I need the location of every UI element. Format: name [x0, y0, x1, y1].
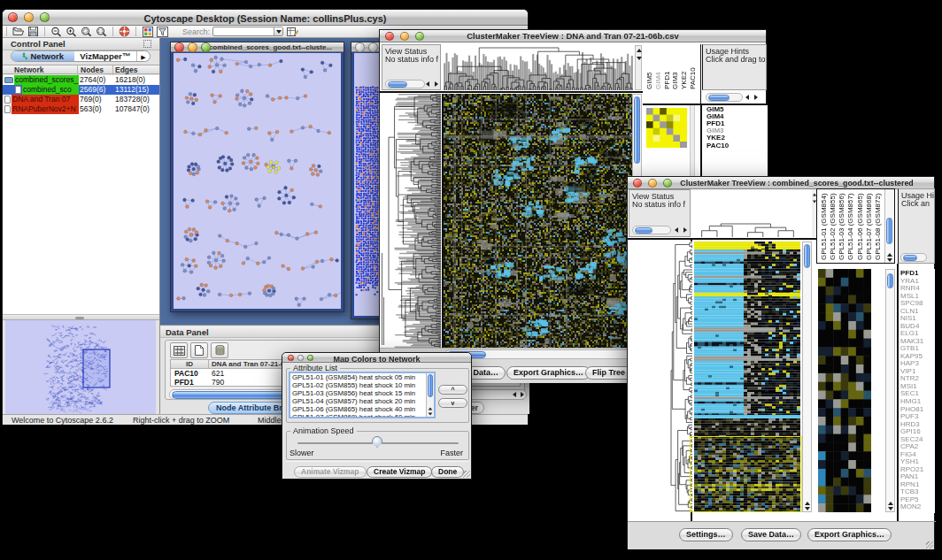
birdseye-view-canvas[interactable]: [5, 320, 156, 415]
usage-hints-scrollbar[interactable]: [706, 93, 743, 102]
scroll-left-icon[interactable]: [513, 392, 516, 397]
scrollbar-thumb[interactable]: [708, 95, 730, 101]
treeview1-title-bar[interactable]: ClusterMaker TreeView : DNA and Tran 07-…: [380, 30, 766, 42]
scrollbar-thumb[interactable]: [886, 218, 892, 244]
column-dendrogram[interactable]: [694, 221, 801, 237]
minimize-button[interactable]: [24, 12, 34, 22]
minimize-button[interactable]: [188, 42, 197, 52]
array-column-label[interactable]: GPL51-03 (GSM856): [838, 193, 846, 260]
open-folder-icon[interactable]: [12, 27, 24, 37]
attribute-listbox[interactable]: GPL51-01 (GSM854) heat shock 05 min GPL5…: [289, 372, 436, 418]
attribute-list-item[interactable]: GPL51-07 (GSM868) heat shock 60 min: [290, 413, 434, 418]
close-button[interactable]: [385, 32, 394, 41]
scrollbar-thumb[interactable]: [635, 227, 652, 234]
treeview2-title-bar[interactable]: ClusterMaker TreeView : combined_scores_…: [628, 177, 934, 189]
scrollbar-thumb[interactable]: [887, 273, 893, 288]
heatmap-zoom-view[interactable]: [818, 269, 871, 512]
scroll-down-icon[interactable]: [429, 412, 433, 415]
summary-heatmap[interactable]: [646, 108, 687, 148]
status-scrollbar[interactable]: [632, 226, 671, 234]
tab-vizmapper[interactable]: VizMapper™: [74, 51, 137, 61]
scrollbar-thumb[interactable]: [804, 244, 810, 268]
scroll-right-icon[interactable]: [754, 95, 758, 100]
network-table-row[interactable]: combined_scores_ 2764(0) 16218(0): [3, 75, 159, 85]
array-column-label[interactable]: GPL51-01 (GSM854): [820, 193, 829, 260]
zoom-in-icon[interactable]: [66, 27, 77, 37]
scroll-down-icon[interactable]: [805, 507, 810, 510]
main-title-bar[interactable]: Cytoscape Desktop (Session Name: collins…: [3, 10, 528, 26]
row-dendrogram[interactable]: [668, 242, 692, 512]
save-icon[interactable]: [27, 27, 39, 37]
export-graphics-button[interactable]: Export Graphics…: [506, 366, 591, 380]
zoom-button[interactable]: [307, 355, 313, 361]
scrollbar-thumb[interactable]: [903, 255, 917, 261]
scroll-down-icon[interactable]: [888, 507, 893, 510]
create-vizmap-button[interactable]: Create Vizmap: [367, 466, 432, 478]
close-button[interactable]: [355, 42, 365, 52]
gene-column-label[interactable]: GIM4: [654, 72, 663, 89]
scroll-left-icon[interactable]: [426, 81, 429, 87]
search-dropdown-button[interactable]: [274, 27, 282, 35]
tab-overflow-arrow[interactable]: ▶: [136, 51, 150, 61]
close-button[interactable]: [633, 179, 642, 188]
zoom-button[interactable]: [663, 179, 672, 188]
attribute-list-item[interactable]: GPL51-01 (GSM854) heat shock 05 min: [290, 373, 434, 381]
network-view-title-bar[interactable]: combined_scores_good.txt--cluste...: [171, 42, 344, 52]
network-table-row[interactable]: DNA and Tran 07 769(0) 183728(0): [3, 95, 159, 104]
export-graphics-button[interactable]: Export Graphics…: [807, 528, 892, 541]
row-dendrogram[interactable]: [386, 94, 441, 348]
help-lifebuoy-icon[interactable]: [119, 27, 130, 37]
heatmap-global-view[interactable]: [694, 242, 800, 512]
resize-grip[interactable]: [463, 471, 470, 478]
close-button[interactable]: [174, 42, 184, 52]
move-up-button[interactable]: ^: [438, 385, 467, 395]
zoom-out-icon[interactable]: [50, 27, 62, 37]
zoom-button[interactable]: [40, 12, 50, 22]
dialog-title-bar[interactable]: Map Colors to Network: [282, 353, 471, 363]
array-column-label[interactable]: GPL51-08 (GSM872): [874, 193, 883, 260]
zoom-button[interactable]: [415, 32, 424, 41]
scroll-up-icon[interactable]: [429, 407, 433, 410]
scroll-left-icon[interactable]: [675, 227, 678, 233]
attribute-list-scrollbar[interactable]: [426, 373, 434, 417]
minimize-button[interactable]: [368, 42, 378, 52]
usage-hints-scrollbar[interactable]: [900, 253, 927, 262]
heatmap-vertical-scrollbar[interactable]: [802, 242, 812, 512]
status-scrollbar[interactable]: [385, 80, 425, 88]
panel-split-divider[interactable]: [3, 314, 159, 320]
minimize-button[interactable]: [297, 355, 304, 361]
scroll-down-icon[interactable]: [637, 57, 642, 60]
scroll-right-icon[interactable]: [521, 392, 524, 397]
gene-row-label[interactable]: MON2: [900, 502, 921, 510]
save-data-button[interactable]: Save Data…: [741, 528, 801, 541]
animate-vizmap-button[interactable]: Animate Vizmap: [294, 466, 367, 478]
minimize-button[interactable]: [648, 179, 657, 188]
zoom-vertical-scrollbar[interactable]: [885, 269, 895, 512]
settings-button[interactable]: Settings…: [679, 528, 733, 541]
scrollbar-thumb[interactable]: [428, 374, 433, 397]
minimize-button[interactable]: [400, 32, 409, 41]
column-header-edges[interactable]: Edges: [115, 65, 138, 74]
zoom-selected-icon[interactable]: [81, 27, 92, 37]
close-button[interactable]: [288, 355, 294, 361]
scroll-up-icon[interactable]: [888, 502, 893, 505]
network-table-row[interactable]: RNAPuberNov2+N 563(0) 107847(0): [3, 104, 159, 114]
zoom-button[interactable]: [201, 42, 211, 52]
attribute-list-item[interactable]: GPL51-02 (GSM855) heat shock 10 min: [290, 381, 434, 389]
search-input[interactable]: [212, 27, 283, 36]
vizmapper-icon[interactable]: [142, 27, 153, 37]
heatmap-global-view[interactable]: [444, 94, 632, 348]
gene-column-label[interactable]: GIM3: [671, 72, 680, 89]
column-header-network[interactable]: Network: [14, 65, 44, 74]
column-dendrogram-scroll-strip[interactable]: [635, 45, 642, 90]
array-column-label[interactable]: GPL51-06 (GSM865): [856, 193, 865, 260]
select-attributes-button[interactable]: [170, 342, 188, 358]
column-labels-scrollbar[interactable]: [884, 189, 894, 263]
summary-row-label[interactable]: PAC10: [706, 142, 729, 150]
create-attribute-button[interactable]: [190, 342, 208, 358]
array-column-label[interactable]: GPL51-07 (GSM868): [865, 193, 874, 260]
array-column-label[interactable]: GPL51-02 (GSM855): [829, 193, 838, 260]
gene-column-label[interactable]: GIM5: [645, 72, 654, 89]
close-button[interactable]: [8, 12, 18, 22]
scroll-right-icon[interactable]: [683, 227, 687, 233]
